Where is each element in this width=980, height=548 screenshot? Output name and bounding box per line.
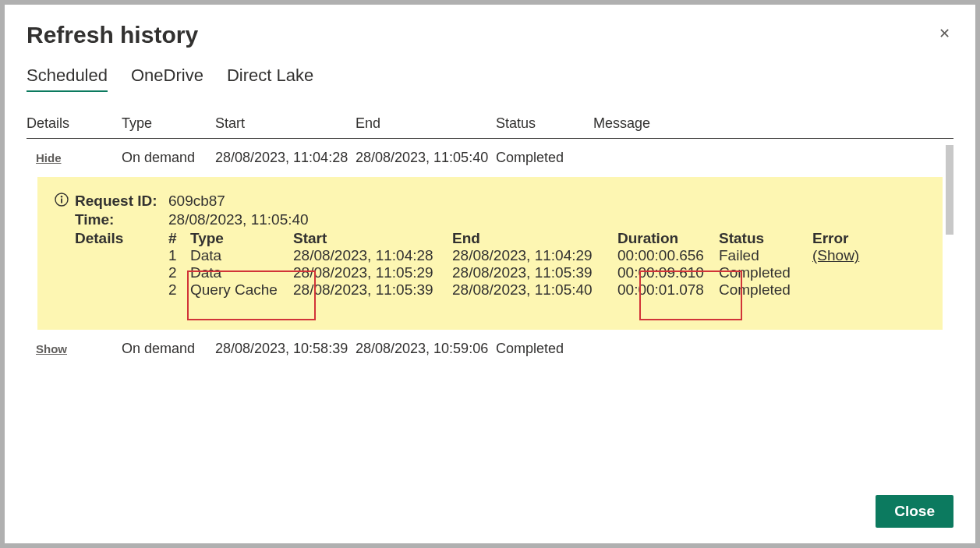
table-header-row: Details Type Start End Status Message bbox=[27, 115, 953, 139]
toggle-details-link[interactable]: Show bbox=[27, 342, 67, 355]
d-status: Completed bbox=[719, 281, 812, 299]
request-id-value: 609cb87 bbox=[168, 193, 225, 210]
detail-table: Details # Type Start End Duration Status… bbox=[75, 230, 925, 299]
row-start: 28/08/2023, 11:04:28 bbox=[215, 150, 356, 166]
row-end: 28/08/2023, 11:05:40 bbox=[356, 150, 496, 166]
dialog-title: Refresh history bbox=[27, 22, 198, 48]
dh-type: Type bbox=[190, 230, 293, 247]
tab-onedrive[interactable]: OneDrive bbox=[131, 65, 203, 92]
detail-row: 2 Query Cache 28/08/2023, 11:05:39 28/08… bbox=[75, 281, 925, 299]
col-header-status: Status bbox=[496, 115, 593, 132]
dh-start: Start bbox=[293, 230, 452, 247]
toggle-details-link[interactable]: Hide bbox=[27, 151, 62, 164]
details-label: Details bbox=[75, 230, 168, 247]
d-status: Failed bbox=[719, 247, 812, 264]
dh-status: Status bbox=[719, 230, 812, 247]
col-header-details: Details bbox=[27, 115, 122, 132]
close-icon[interactable]: ✕ bbox=[936, 22, 953, 45]
time-label: Time: bbox=[75, 211, 168, 228]
d-duration: 00:00:09.610 bbox=[617, 264, 719, 281]
row-start: 28/08/2023, 10:58:39 bbox=[215, 341, 356, 357]
row-status: Completed bbox=[496, 150, 593, 166]
detail-table-header: Details # Type Start End Duration Status… bbox=[75, 230, 925, 247]
svg-rect-2 bbox=[61, 199, 62, 203]
col-header-start: Start bbox=[215, 115, 356, 132]
row-status: Completed bbox=[496, 341, 593, 357]
d-end: 28/08/2023, 11:05:39 bbox=[452, 264, 617, 281]
dialog-footer: Close bbox=[5, 481, 975, 543]
d-duration: 00:00:01.078 bbox=[617, 281, 719, 299]
dh-end: End bbox=[452, 230, 617, 247]
d-end: 28/08/2023, 11:04:29 bbox=[452, 247, 617, 264]
d-start: 28/08/2023, 11:04:28 bbox=[293, 247, 452, 264]
content-area: Details Type Start End Status Message Hi… bbox=[5, 92, 975, 481]
history-table: Details Type Start End Status Message Hi… bbox=[27, 115, 953, 368]
time-value: 28/08/2023, 11:05:40 bbox=[168, 211, 309, 228]
dh-num: # bbox=[168, 230, 190, 247]
d-duration: 00:00:00.656 bbox=[617, 247, 719, 264]
d-type: Data bbox=[190, 247, 293, 264]
d-status: Completed bbox=[719, 264, 812, 281]
col-header-message: Message bbox=[593, 115, 953, 132]
detail-row: 1 Data 28/08/2023, 11:04:28 28/08/2023, … bbox=[75, 247, 925, 264]
row-end: 28/08/2023, 10:59:06 bbox=[356, 341, 496, 357]
d-num: 2 bbox=[168, 264, 190, 281]
d-end: 28/08/2023, 11:05:40 bbox=[452, 281, 617, 299]
dialog-header: Refresh history ✕ bbox=[5, 5, 975, 56]
detail-panel: Request ID: 609cb87 Time: 28/08/2023, 11… bbox=[37, 177, 943, 330]
detail-row: 2 Data 28/08/2023, 11:05:29 28/08/2023, … bbox=[75, 264, 925, 281]
scrollbar[interactable] bbox=[946, 145, 953, 235]
refresh-history-dialog: Refresh history ✕ Scheduled OneDrive Dir… bbox=[5, 5, 975, 543]
d-start: 28/08/2023, 11:05:39 bbox=[293, 281, 452, 299]
tab-bar: Scheduled OneDrive Direct Lake bbox=[5, 56, 975, 92]
row-type: On demand bbox=[122, 150, 215, 166]
show-error-link[interactable]: (Show) bbox=[812, 247, 859, 263]
d-start: 28/08/2023, 11:05:29 bbox=[293, 264, 452, 281]
table-row: Show On demand 28/08/2023, 10:58:39 28/0… bbox=[27, 330, 953, 368]
tab-scheduled[interactable]: Scheduled bbox=[27, 65, 108, 92]
svg-point-1 bbox=[61, 196, 62, 197]
dh-error: Error bbox=[812, 230, 875, 247]
d-num: 1 bbox=[168, 247, 190, 264]
row-type: On demand bbox=[122, 341, 215, 357]
col-header-type: Type bbox=[122, 115, 215, 132]
d-type: Query Cache bbox=[190, 281, 293, 299]
table-row: Hide On demand 28/08/2023, 11:04:28 28/0… bbox=[27, 139, 953, 177]
info-icon bbox=[55, 193, 69, 207]
dh-duration: Duration bbox=[617, 230, 719, 247]
close-button[interactable]: Close bbox=[876, 495, 953, 528]
tab-directlake[interactable]: Direct Lake bbox=[227, 65, 313, 92]
col-header-end: End bbox=[356, 115, 496, 132]
d-num: 2 bbox=[168, 281, 190, 299]
request-id-label: Request ID: bbox=[75, 193, 168, 210]
d-type: Data bbox=[190, 264, 293, 281]
